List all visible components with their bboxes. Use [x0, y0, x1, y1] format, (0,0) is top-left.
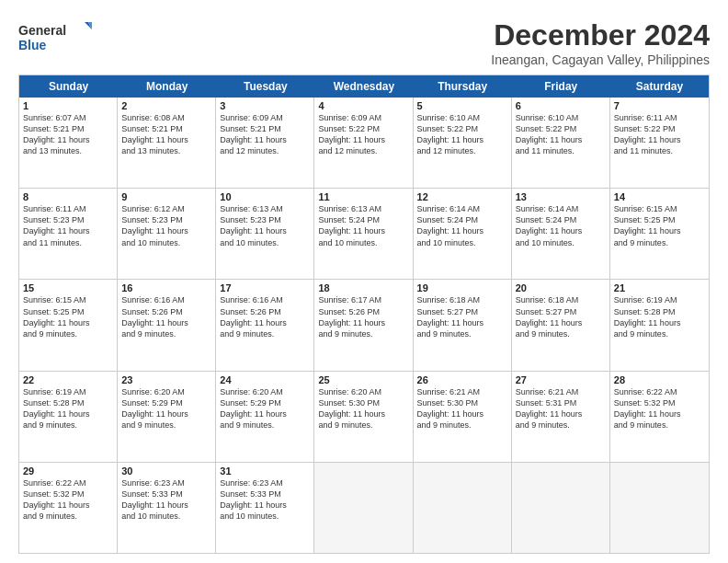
day-number-1: 1 [23, 100, 113, 111]
cell-line: and 9 minutes. [516, 419, 606, 431]
cell-line: Sunrise: 6:17 AM [318, 294, 408, 305]
day-cell-17: 17Sunrise: 6:16 AMSunset: 5:26 PMDayligh… [216, 280, 314, 370]
cell-line: Sunset: 5:24 PM [318, 214, 408, 225]
cell-line: and 9 minutes. [614, 419, 705, 431]
day-cell-18: 18Sunrise: 6:17 AMSunset: 5:26 PMDayligh… [314, 280, 413, 370]
calendar-header: SundayMondayTuesdayWednesdayThursdayFrid… [19, 75, 709, 98]
day-number-3: 3 [220, 100, 310, 111]
day-cell-19: 19Sunrise: 6:18 AMSunset: 5:27 PMDayligh… [414, 280, 512, 370]
cell-line: and 9 minutes. [23, 328, 113, 339]
day-cell-16: 16Sunrise: 6:16 AMSunset: 5:26 PMDayligh… [118, 280, 216, 370]
cell-line: Sunset: 5:26 PM [220, 306, 310, 317]
day-number-30: 30 [121, 465, 211, 477]
cell-line: Daylight: 11 hours [614, 134, 705, 145]
cell-line: and 10 minutes. [220, 237, 310, 248]
cell-line: and 9 minutes. [23, 419, 113, 431]
cell-line: Sunset: 5:32 PM [614, 397, 705, 408]
day-cell-22: 22Sunrise: 6:19 AMSunset: 5:28 PMDayligh… [19, 372, 118, 462]
cell-line: Sunset: 5:26 PM [121, 306, 211, 317]
day-number-23: 23 [121, 374, 211, 385]
cell-line: Daylight: 11 hours [318, 225, 408, 236]
cell-line: Sunrise: 6:14 AM [516, 203, 606, 214]
svg-text:Blue: Blue [18, 38, 47, 52]
day-number-26: 26 [417, 374, 507, 385]
cell-line: Daylight: 11 hours [318, 134, 408, 145]
header-day-saturday: Saturday [610, 75, 709, 98]
cell-line: Sunrise: 6:14 AM [417, 203, 507, 214]
location: Ineangan, Cagayan Valley, Philippines [491, 52, 710, 67]
cell-line: Daylight: 11 hours [516, 225, 606, 236]
cell-line: Sunrise: 6:19 AM [614, 294, 705, 305]
cell-line: Sunset: 5:29 PM [121, 397, 211, 408]
day-number-19: 19 [417, 282, 507, 293]
day-cell-26: 26Sunrise: 6:21 AMSunset: 5:30 PMDayligh… [414, 372, 512, 462]
cell-line: Daylight: 11 hours [23, 408, 113, 419]
cell-line: Sunrise: 6:09 AM [318, 112, 408, 123]
cell-line: Daylight: 11 hours [220, 500, 310, 511]
cell-line: Daylight: 11 hours [614, 225, 705, 236]
cell-line: and 13 minutes. [121, 145, 211, 156]
day-cell-31: 31Sunrise: 6:23 AMSunset: 5:33 PMDayligh… [216, 463, 314, 553]
day-cell-6: 6Sunrise: 6:10 AMSunset: 5:22 PMDaylight… [512, 98, 610, 188]
day-number-20: 20 [516, 282, 606, 293]
cell-line: Daylight: 11 hours [220, 317, 310, 328]
cell-line: Daylight: 11 hours [23, 225, 113, 236]
cell-line: Daylight: 11 hours [417, 317, 507, 328]
cell-line: Daylight: 11 hours [23, 317, 113, 328]
cell-line: Daylight: 11 hours [220, 225, 310, 236]
week-row-1: 1Sunrise: 6:07 AMSunset: 5:21 PMDaylight… [19, 98, 709, 189]
cell-line: Sunset: 5:25 PM [614, 214, 705, 225]
day-number-18: 18 [318, 282, 408, 293]
cell-line: Sunrise: 6:19 AM [23, 386, 113, 397]
cell-line: Sunrise: 6:20 AM [318, 386, 408, 397]
cell-line: Sunrise: 6:10 AM [516, 112, 606, 123]
cell-line: Daylight: 11 hours [318, 408, 408, 419]
cell-line: and 9 minutes. [614, 328, 705, 339]
day-cell-28: 28Sunrise: 6:22 AMSunset: 5:32 PMDayligh… [610, 372, 709, 462]
day-cell-13: 13Sunrise: 6:14 AMSunset: 5:24 PMDayligh… [512, 189, 610, 279]
cell-line: Daylight: 11 hours [220, 408, 310, 419]
cell-line: Daylight: 11 hours [23, 500, 113, 511]
day-cell-29: 29Sunrise: 6:22 AMSunset: 5:32 PMDayligh… [19, 463, 118, 553]
cell-line: Sunrise: 6:16 AM [220, 294, 310, 305]
cell-line: and 10 minutes. [121, 511, 211, 522]
day-cell-14: 14Sunrise: 6:15 AMSunset: 5:25 PMDayligh… [610, 189, 709, 279]
cell-line: Sunset: 5:29 PM [220, 397, 310, 408]
day-cell-2: 2Sunrise: 6:08 AMSunset: 5:21 PMDaylight… [118, 98, 216, 188]
cell-line: Sunrise: 6:08 AM [121, 112, 211, 123]
day-number-12: 12 [417, 191, 507, 202]
logo: General Blue [18, 18, 92, 55]
cell-line: Sunset: 5:21 PM [121, 123, 211, 134]
header-day-wednesday: Wednesday [314, 75, 413, 98]
day-cell-27: 27Sunrise: 6:21 AMSunset: 5:31 PMDayligh… [512, 372, 610, 462]
cell-line: Sunset: 5:30 PM [417, 397, 507, 408]
cell-line: Daylight: 11 hours [614, 408, 705, 419]
cell-line: Daylight: 11 hours [516, 134, 606, 145]
day-number-28: 28 [614, 374, 705, 385]
cell-line: Sunrise: 6:13 AM [318, 203, 408, 214]
empty-cell [610, 463, 709, 553]
cell-line: Sunrise: 6:18 AM [417, 294, 507, 305]
cell-line: Sunrise: 6:13 AM [220, 203, 310, 214]
cell-line: and 11 minutes. [23, 237, 113, 248]
day-cell-3: 3Sunrise: 6:09 AMSunset: 5:21 PMDaylight… [216, 98, 314, 188]
cell-line: Daylight: 11 hours [318, 317, 408, 328]
day-cell-24: 24Sunrise: 6:20 AMSunset: 5:29 PMDayligh… [216, 372, 314, 462]
cell-line: Sunrise: 6:09 AM [220, 112, 310, 123]
cell-line: Daylight: 11 hours [516, 408, 606, 419]
cell-line: Daylight: 11 hours [516, 317, 606, 328]
cell-line: Sunrise: 6:11 AM [23, 203, 113, 214]
cell-line: Sunset: 5:26 PM [318, 306, 408, 317]
cell-line: and 10 minutes. [516, 237, 606, 248]
cell-line: and 11 minutes. [614, 145, 705, 156]
day-number-22: 22 [23, 374, 113, 385]
cell-line: Sunset: 5:27 PM [417, 306, 507, 317]
day-cell-15: 15Sunrise: 6:15 AMSunset: 5:25 PMDayligh… [19, 280, 118, 370]
empty-cell [512, 463, 610, 553]
day-cell-20: 20Sunrise: 6:18 AMSunset: 5:27 PMDayligh… [512, 280, 610, 370]
cell-line: Daylight: 11 hours [121, 408, 211, 419]
cell-line: Sunrise: 6:23 AM [220, 477, 310, 488]
cell-line: and 9 minutes. [220, 328, 310, 339]
day-number-31: 31 [220, 465, 310, 477]
cell-line: Sunset: 5:22 PM [318, 123, 408, 134]
